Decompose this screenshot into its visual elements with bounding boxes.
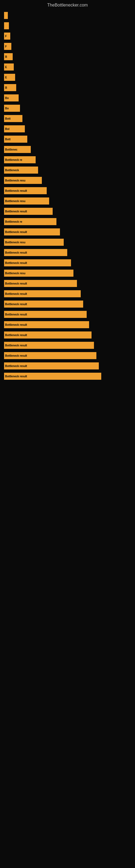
bar-label: F (5, 35, 7, 38)
bar-label: Bottleneck result (5, 334, 27, 337)
bar-fill: Bottleneck result (4, 311, 87, 318)
chart-row: Bottleneck result (4, 290, 131, 298)
bar-fill: Bottlenec (4, 146, 31, 153)
bar-label: Bottleneck resu (5, 241, 26, 244)
page-wrapper: TheBottlenecker.com FFBEEBBoBoBottBolBot… (0, 0, 135, 388)
bar-fill: Bottleneck re (4, 156, 36, 163)
bar-label: Bottleneck result (5, 323, 27, 326)
bar-label: Bottleneck resu (5, 272, 26, 275)
bar-fill: B (4, 84, 16, 91)
chart-row: Bottleneck result (4, 259, 131, 267)
site-title: TheBottlenecker.com (0, 0, 135, 9)
bar-label: Bottleneck resu (5, 179, 26, 182)
chart-row: Bottleneck re (4, 218, 131, 225)
chart-row: Bottleneck result (4, 311, 131, 318)
bar-fill (4, 22, 9, 29)
bar-fill: F (4, 43, 11, 50)
bar-label: Bottlenec (5, 148, 17, 151)
chart-row: Bott (4, 135, 131, 143)
chart-row (4, 22, 131, 30)
chart-row (4, 12, 131, 19)
bar-fill: F (4, 33, 10, 40)
chart-row: Bottlenec (4, 146, 131, 153)
bar-fill: Bottleneck result (4, 187, 47, 194)
chart-row: Bottleneck result (4, 187, 131, 194)
bar-fill: Bo (4, 94, 18, 101)
bar-label: Bottleneck result (5, 344, 27, 347)
bar-label: Bottleneck (5, 169, 19, 172)
bar-label: Bottleneck resu (5, 199, 26, 203)
bar-fill: Bottleneck result (4, 362, 99, 369)
bar-fill: Bottleneck result (4, 321, 89, 328)
chart-row: Bottleneck result (4, 249, 131, 256)
chart-row: Bottleneck result (4, 372, 131, 380)
bar-label: Bottleneck result (5, 292, 27, 296)
bar-fill: Bottleneck (4, 166, 38, 174)
chart-row: F (4, 42, 131, 50)
chart-row: Bottleneck result (4, 341, 131, 349)
chart-row: Bottleneck re (4, 156, 131, 163)
bar-label: Bottleneck re (5, 220, 22, 223)
bar-label: Bottleneck re (5, 158, 22, 161)
bar-fill: Bottleneck re (4, 218, 56, 225)
chart-row: Bottleneck resu (4, 269, 131, 277)
chart-row: Bottleneck result (4, 280, 131, 287)
bar-fill: Bott (4, 115, 22, 122)
bar-label: Bottleneck result (5, 210, 27, 213)
chart-row: Bottleneck result (4, 362, 131, 370)
bar-label: B (5, 86, 7, 89)
bar-fill: E (4, 63, 14, 70)
bar-fill: Bottleneck result (4, 332, 92, 339)
chart-row: Bottleneck resu (4, 197, 131, 205)
bar-fill: Bottleneck result (4, 208, 53, 215)
chart-row: F (4, 32, 131, 40)
chart-row: Bottleneck result (4, 331, 131, 339)
bar-label: Bo (5, 107, 9, 110)
bar-fill: Bottleneck resu (4, 197, 49, 205)
bar-fill: Bo (4, 105, 20, 112)
chart-row: Bottleneck result (4, 300, 131, 308)
chart-row: B (4, 53, 131, 61)
bar-fill: Bottleneck result (4, 342, 94, 349)
chart-row: Bol (4, 125, 131, 133)
chart-row: Bottleneck result (4, 208, 131, 215)
bar-fill: Bottleneck result (4, 249, 67, 256)
chart-row: Bo (4, 94, 131, 102)
chart-row: Bo (4, 104, 131, 112)
bar-fill: Bottleneck result (4, 280, 77, 287)
chart-container: FFBEEBBoBoBottBolBottBottlenecBottleneck… (0, 9, 135, 388)
chart-row: E (4, 63, 131, 71)
bar-label: Bottleneck result (5, 251, 27, 254)
bar-label: Bottleneck result (5, 354, 27, 357)
bar-fill: E (4, 74, 15, 81)
bars-container: FFBEEBBoBoBottBolBottBottlenecBottleneck… (4, 12, 131, 380)
bar-label: Bottleneck result (5, 282, 27, 285)
bar-label: B (5, 55, 7, 58)
chart-row: Bottleneck (4, 166, 131, 174)
bar-label: Bottleneck result (5, 230, 27, 234)
bar-label: Bottleneck result (5, 313, 27, 316)
bar-label: Bo (5, 97, 9, 99)
bar-label: Bott (5, 138, 10, 141)
bar-fill (4, 12, 8, 19)
bar-fill: Bottleneck resu (4, 270, 74, 277)
chart-row: Bottleneck result (4, 352, 131, 360)
bar-fill: Bottleneck result (4, 259, 71, 267)
chart-row: E (4, 73, 131, 81)
chart-row: B (4, 84, 131, 91)
chart-row: Bott (4, 115, 131, 122)
chart-row: Bottleneck result (4, 228, 131, 236)
bar-label: Bol (5, 127, 9, 130)
bar-label: Bottleneck result (5, 365, 27, 368)
bar-label: F (5, 45, 7, 48)
chart-row: Bottleneck resu (4, 239, 131, 246)
bar-fill: B (4, 53, 13, 60)
bar-fill: Bottleneck resu (4, 239, 64, 246)
bar-fill: Bottleneck result (4, 373, 101, 380)
chart-row: Bottleneck result (4, 321, 131, 329)
bar-fill: Bottleneck resu (4, 177, 42, 184)
bar-label: Bott (5, 117, 10, 120)
bar-fill: Bottleneck result (4, 352, 96, 359)
bar-label: Bottleneck result (5, 261, 27, 265)
chart-row: Bottleneck resu (4, 177, 131, 184)
